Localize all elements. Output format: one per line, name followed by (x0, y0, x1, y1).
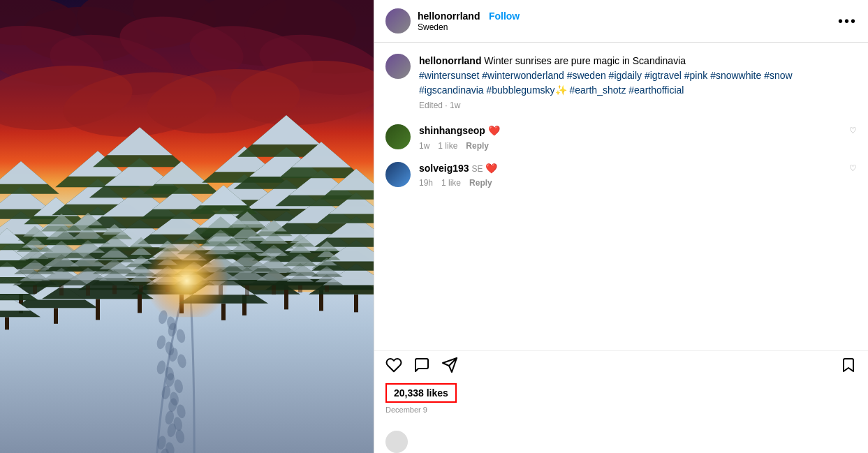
right-panel: hellonorrland Follow Sweden ••• hellonor… (374, 0, 868, 453)
likes-count-container: 20,338 likes (385, 383, 857, 406)
caption-meta: Edited · 1w (419, 101, 857, 110)
reply-button[interactable]: Reply (469, 178, 492, 188)
like-icon[interactable] (385, 357, 402, 378)
action-bar: 20,338 likes December 9 (374, 350, 868, 425)
comment-emoji: ❤️ (485, 163, 497, 174)
share-icon[interactable] (441, 357, 458, 378)
like-comment-icon[interactable]: ♡ (849, 163, 857, 173)
reply-button[interactable]: Reply (466, 141, 489, 151)
content-area: hellonorrland Winter sunrises are pure m… (374, 43, 868, 350)
comment-meta: 19h 1 like Reply (419, 178, 857, 188)
comment-content: shinhangseop ❤️ 1w 1 like Reply (419, 124, 857, 151)
comment-meta: 1w 1 like Reply (419, 141, 857, 151)
comment-text: solveig193 SE ❤️ (419, 162, 857, 176)
comment-badge: SE (472, 164, 483, 174)
comment-text: shinhangseop ❤️ (419, 124, 857, 138)
post-header: hellonorrland Follow Sweden ••• (374, 0, 868, 43)
comment-likes[interactable]: 1 like (438, 141, 457, 151)
bookmark-icon[interactable] (840, 357, 857, 378)
comment-username[interactable]: solveig193 (419, 163, 469, 174)
comment-icon[interactable] (413, 357, 430, 378)
header-text: hellonorrland Follow Sweden (418, 10, 520, 32)
caption-avatar[interactable] (385, 54, 411, 79)
post-image (0, 0, 374, 453)
avatar[interactable] (385, 8, 411, 34)
comment-avatar[interactable] (385, 162, 411, 187)
follow-button[interactable]: Follow (489, 10, 520, 22)
comment-emoji: ❤️ (488, 125, 500, 136)
more-options-icon[interactable]: ••• (838, 13, 857, 29)
likes-count[interactable]: 20,338 likes (385, 383, 457, 403)
caption-hashtags[interactable]: #wintersunset #winterwonderland #sweden … (419, 70, 793, 96)
comment-row: solveig193 SE ❤️ 19h 1 like Reply ♡ (385, 162, 857, 188)
header-user-info: hellonorrland Follow Sweden (385, 8, 520, 34)
comment-input-area (374, 425, 868, 453)
comment-avatar[interactable] (385, 124, 411, 149)
header-location: Sweden (418, 22, 520, 32)
like-comment-icon[interactable]: ♡ (849, 126, 857, 135)
comment-likes[interactable]: 1 like (441, 178, 461, 188)
comment-time: 1w (419, 141, 429, 151)
caption-username[interactable]: hellonorrland (419, 55, 481, 66)
action-icons-row (385, 357, 857, 378)
post-date: December 9 (385, 406, 857, 414)
caption-block: hellonorrland Winter sunrises are pure m… (385, 54, 857, 110)
comment-content: solveig193 SE ❤️ 19h 1 like Reply (419, 162, 857, 188)
comment-time: 19h (419, 178, 433, 188)
current-user-avatar (385, 431, 408, 453)
header-username[interactable]: hellonorrland (418, 10, 480, 22)
caption-content: hellonorrland Winter sunrises are pure m… (419, 54, 857, 110)
caption-text: hellonorrland Winter sunrises are pure m… (419, 54, 857, 98)
comment-username[interactable]: shinhangseop (419, 125, 485, 136)
comment-row: shinhangseop ❤️ 1w 1 like Reply ♡ (385, 124, 857, 151)
